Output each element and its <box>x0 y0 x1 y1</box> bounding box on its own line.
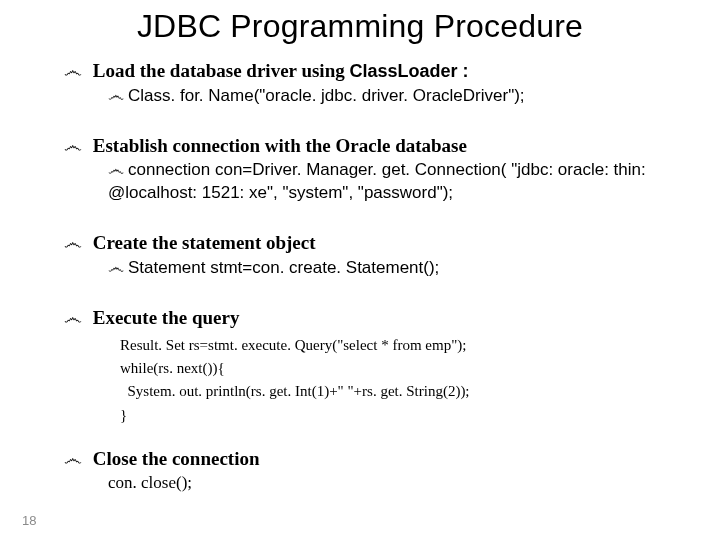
slide-content: ෴ Load the database driver using ClassLo… <box>0 59 720 493</box>
bullet-icon: ෴ <box>64 59 82 83</box>
page-number: 18 <box>22 513 36 528</box>
step-close-lead-text: Close the connection <box>93 448 260 469</box>
step-establish-sub: ෴connection con=Driver. Manager. get. Co… <box>108 159 688 205</box>
step-establish-sub-text: connection con=Driver. Manager. get. Con… <box>108 160 646 202</box>
step-create-lead-text: Create the statement object <box>93 232 316 253</box>
step-load-lead-text: Load the database driver using <box>93 60 350 81</box>
step-load-lead: ෴ Load the database driver using ClassLo… <box>64 59 688 83</box>
slide: JDBC Programming Procedure ෴ Load the da… <box>0 8 720 540</box>
step-execute-lead: ෴ Execute the query <box>64 306 688 330</box>
step-load-sub: ෴Class. for. Name("oracle. jdbc. driver.… <box>108 85 688 108</box>
step-close: ෴ Close the connection con. close(); <box>64 447 688 493</box>
bullet-icon: ෴ <box>64 447 82 471</box>
step-create-sub-text: Statement stmt=con. create. Statement(); <box>128 258 439 277</box>
step-close-lead: ෴ Close the connection <box>64 447 688 471</box>
bullet-icon: ෴ <box>108 159 124 182</box>
step-establish-lead: ෴ Establish connection with the Oracle d… <box>64 134 688 158</box>
step-close-code: con. close(); <box>108 473 688 493</box>
step-load-lead-code: ClassLoader : <box>349 61 468 81</box>
bullet-icon: ෴ <box>64 306 82 330</box>
step-execute-code: Result. Set rs=stmt. execute. Query("sel… <box>120 334 688 427</box>
step-execute-lead-text: Execute the query <box>93 307 240 328</box>
step-load: ෴ Load the database driver using ClassLo… <box>64 59 688 108</box>
slide-title: JDBC Programming Procedure <box>0 8 720 45</box>
step-execute: ෴ Execute the query Result. Set rs=stmt.… <box>64 306 688 427</box>
step-create-sub: ෴Statement stmt=con. create. Statement()… <box>108 257 688 280</box>
bullet-icon: ෴ <box>64 231 82 255</box>
step-create: ෴ Create the statement object ෴Statement… <box>64 231 688 280</box>
bullet-icon: ෴ <box>108 257 124 280</box>
bullet-icon: ෴ <box>64 134 82 158</box>
step-load-sub-text: Class. for. Name("oracle. jdbc. driver. … <box>128 86 525 105</box>
step-establish: ෴ Establish connection with the Oracle d… <box>64 134 688 206</box>
bullet-icon: ෴ <box>108 85 124 108</box>
step-establish-lead-text: Establish connection with the Oracle dat… <box>93 135 467 156</box>
step-create-lead: ෴ Create the statement object <box>64 231 688 255</box>
